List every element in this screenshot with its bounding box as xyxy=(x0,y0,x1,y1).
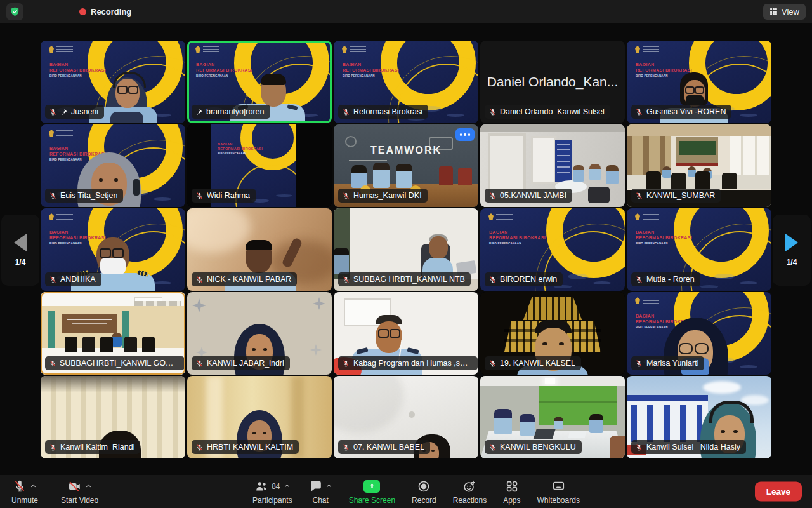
chevron-up-icon[interactable] xyxy=(85,483,92,490)
video-tile-sardi[interactable]: Kabag Program dan Humas ,sardi xyxy=(334,292,478,375)
mic-muted-icon xyxy=(488,443,497,451)
chevron-up-icon[interactable] xyxy=(325,483,332,490)
participant-name: ANDHIKA xyxy=(60,275,96,284)
recording-label: Recording xyxy=(91,7,131,17)
start-video-label: Start Video xyxy=(61,496,98,505)
whiteboards-label: Whiteboards xyxy=(537,496,580,505)
more-options-button[interactable] xyxy=(455,128,475,141)
shield-check-icon xyxy=(10,6,20,17)
mic-muted-icon xyxy=(488,108,497,116)
participant-nametag: KANWIL BENGKULU xyxy=(485,440,582,454)
chevron-up-icon[interactable] xyxy=(30,483,37,490)
participant-nametag: Widi Rahma xyxy=(192,189,256,203)
participant-name: Reformasi Birokrasi xyxy=(353,107,422,116)
video-tile-biroren[interactable]: BAGIANREFORMASI BIROKRASIBIRO PERENCANAA… xyxy=(480,208,625,291)
participant-nametag: 05.KANWIL JAMBI xyxy=(485,189,572,203)
video-tile-marisa[interactable]: BAGIANREFORMASI BIROKRASIBIRO PERENCANAA… xyxy=(627,292,771,375)
whiteboards-icon xyxy=(551,479,566,493)
video-tile-jabar[interactable]: KANWIL JABAR_indri xyxy=(187,292,332,375)
video-tile-reformasi[interactable]: BAGIANREFORMASI BIROKRASIBIRO PERENCANAA… xyxy=(334,41,478,123)
video-tile-jambi[interactable]: 05.KANWIL JAMBI xyxy=(480,124,625,207)
participant-nametag: ANDHIKA xyxy=(45,272,102,286)
video-tile-widi[interactable]: BAGIAN REFORMASI BIROKRASI BIRO PERENCAN… xyxy=(187,124,332,207)
participant-nametag: NICK - KANWIL PABAR xyxy=(192,272,297,286)
video-tile-babel[interactable]: 07. KANWIL BABEL xyxy=(334,376,478,458)
share-screen-label: Share Screen xyxy=(349,496,395,505)
participant-nametag: Kabag Program dan Humas ,sardi xyxy=(338,356,478,370)
leave-button[interactable]: Leave xyxy=(755,482,802,502)
chat-icon xyxy=(309,479,322,493)
virtual-bg-text: BAGIANREFORMASI BIROKRASIBIRO PERENCANAA… xyxy=(636,230,692,245)
video-tile-andhika[interactable]: BAGIANREFORMASI BIROKRASIBIRO PERENCANAA… xyxy=(41,208,185,291)
whiteboards-button[interactable]: Whiteboards xyxy=(537,479,580,505)
next-page-button[interactable]: 1/4 xyxy=(773,215,811,286)
participant-name: SUBBAGHRBTI_KANWIL GORON... xyxy=(60,359,179,368)
top-bar: Recording View xyxy=(0,0,812,23)
share-screen-icon xyxy=(363,480,380,493)
record-button[interactable]: Record xyxy=(412,479,436,505)
mic-muted-icon xyxy=(49,108,57,116)
participant-nametag: KANWIL JABAR_indri xyxy=(192,356,290,370)
mic-muted-icon xyxy=(488,192,497,200)
apps-label: Apps xyxy=(503,496,520,505)
record-icon xyxy=(417,479,431,493)
reactions-label: Reactions xyxy=(453,496,487,505)
video-tile-nick[interactable]: NICK - KANWIL PABAR xyxy=(187,208,332,291)
mic-muted-icon xyxy=(195,276,204,284)
previous-page-button[interactable]: 1/4 xyxy=(1,215,39,286)
mic-muted-icon xyxy=(635,108,643,116)
participant-name: Widi Rahma xyxy=(207,191,250,200)
video-tile-gusmisa[interactable]: BAGIANREFORMASI BIROKRASIBIRO PERENCANAA… xyxy=(627,41,771,123)
camera-off-display-name: Daniel Orlando_Kan... xyxy=(487,74,619,90)
video-tile-hrbti-kaltim[interactable]: HRBTI KANWIL KALTIM xyxy=(187,376,332,458)
ministry-logo xyxy=(635,213,660,220)
video-tile-sumbar[interactable]: KANWIL_SUMBAR xyxy=(627,124,771,207)
gallery-grid: BAGIANREFORMASI BIROKRASIBIRO PERENCANAA… xyxy=(41,41,771,458)
chevron-up-icon[interactable] xyxy=(284,483,291,490)
reactions-icon xyxy=(462,479,476,493)
chat-button[interactable]: Chat xyxy=(309,479,332,505)
video-tile-bengkulu[interactable]: KANWIL BENGKULU xyxy=(480,376,625,458)
participant-nametag: Marisa Yuniarti xyxy=(631,356,704,370)
view-button[interactable]: View xyxy=(763,4,806,20)
unmute-label: Unmute xyxy=(11,496,38,505)
video-tile-euis[interactable]: BAGIANREFORMASI BIROKRASIBIRO PERENCANAA… xyxy=(41,124,185,207)
chalkboard-text: TEAMWORK xyxy=(334,145,478,156)
video-tile-gorontalo[interactable]: SUBBAGHRBTI_KANWIL GORON... xyxy=(41,292,185,375)
apps-button[interactable]: Apps xyxy=(503,479,520,505)
virtual-bg-text: BAGIAN REFORMASI BIROKRASI BIRO PERENCAN… xyxy=(218,142,263,155)
reactions-button[interactable]: Reactions xyxy=(453,479,487,505)
video-tile-humas-dki[interactable]: TEAMWORK Humas_Kanwil DKI xyxy=(334,124,478,207)
participant-name: Kanwil Sulsel _Nilda Hasly xyxy=(646,443,740,451)
mic-muted-icon xyxy=(635,443,643,451)
start-video-button[interactable]: Start Video xyxy=(61,479,98,505)
video-tile-jusneni[interactable]: BAGIANREFORMASI BIROKRASIBIRO PERENCANAA… xyxy=(41,41,185,123)
video-tile-daniel[interactable]: Daniel Orlando_Kan... Daniel Orlando_Kan… xyxy=(480,41,625,123)
participants-button[interactable]: 84 Participants xyxy=(252,479,292,505)
page-indicator: 1/4 xyxy=(787,258,797,267)
chat-label: Chat xyxy=(313,496,329,505)
mic-muted-icon xyxy=(488,276,497,284)
mic-muted-icon xyxy=(49,443,57,451)
mic-muted-icon xyxy=(342,276,350,284)
video-tile-ntb[interactable]: SUBBAG HRBTI_KANWIL NTB xyxy=(334,208,478,291)
security-shield-button[interactable] xyxy=(6,3,23,20)
video-tile-nilda[interactable]: Kanwil Sulsel _Nilda Hasly xyxy=(627,376,771,458)
virtual-bg-text: BAGIANREFORMASI BIROKRASIBIRO PERENCANAA… xyxy=(343,62,399,77)
video-tile-mutia[interactable]: BAGIANREFORMASI BIROKRASIBIRO PERENCANAA… xyxy=(627,208,771,291)
unmute-button[interactable]: Unmute xyxy=(11,479,38,505)
participants-icon xyxy=(254,479,268,493)
participant-nametag: bramantyo|roren xyxy=(192,105,270,119)
recording-indicator: Recording xyxy=(79,7,131,17)
apps-icon xyxy=(505,479,519,493)
video-tile-kalsel[interactable]: 19. KANWIL KALSEL xyxy=(480,292,625,375)
mic-muted-icon xyxy=(195,359,204,368)
ministry-logo xyxy=(488,213,514,220)
share-screen-button[interactable]: Share Screen xyxy=(349,479,395,505)
participant-nametag: Kanwil Kaltim_Riandi xyxy=(45,440,140,454)
participant-name: SUBBAG HRBTI_KANWIL NTB xyxy=(353,275,465,284)
video-tile-bramantyo[interactable]: BAGIANREFORMASI BIROKRASIBIRO PERENCANAA… xyxy=(187,41,332,123)
video-tile-riandi[interactable]: Kanwil Kaltim_Riandi xyxy=(41,376,185,458)
previous-page-arrow-icon xyxy=(14,234,27,251)
grid-view-icon xyxy=(769,8,778,16)
